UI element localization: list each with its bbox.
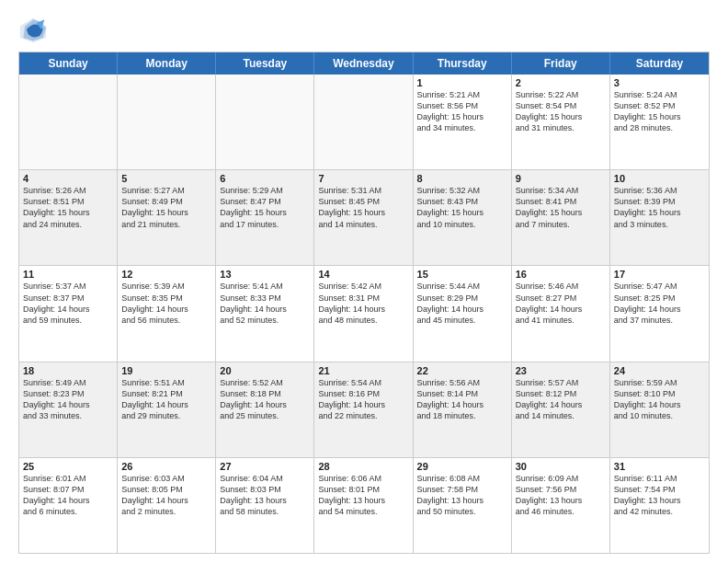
calendar-cell: 27Sunrise: 6:04 AM Sunset: 8:03 PM Dayli… [216, 458, 314, 553]
calendar-cell: 5Sunrise: 5:27 AM Sunset: 8:49 PM Daylig… [118, 170, 216, 265]
cell-text: Sunrise: 5:22 AM Sunset: 8:54 PM Dayligh… [516, 89, 606, 134]
day-number: 10 [614, 173, 705, 184]
calendar-cell: 10Sunrise: 5:36 AM Sunset: 8:39 PM Dayli… [610, 170, 709, 265]
calendar-cell: 25Sunrise: 6:01 AM Sunset: 8:07 PM Dayli… [19, 458, 118, 553]
day-number: 30 [516, 461, 606, 472]
day-number: 31 [614, 461, 705, 472]
calendar-cell: 17Sunrise: 5:47 AM Sunset: 8:25 PM Dayli… [610, 266, 709, 361]
cell-text: Sunrise: 5:36 AM Sunset: 8:39 PM Dayligh… [614, 185, 705, 230]
cell-text: Sunrise: 6:08 AM Sunset: 7:58 PM Dayligh… [417, 473, 507, 518]
calendar-cell: 20Sunrise: 5:52 AM Sunset: 8:18 PM Dayli… [216, 362, 314, 457]
cell-text: Sunrise: 5:49 AM Sunset: 8:23 PM Dayligh… [23, 377, 113, 422]
calendar-cell: 8Sunrise: 5:32 AM Sunset: 8:43 PM Daylig… [414, 170, 512, 265]
day-number: 2 [516, 77, 606, 88]
calendar-cell: 9Sunrise: 5:34 AM Sunset: 8:41 PM Daylig… [512, 170, 610, 265]
calendar-cell [19, 75, 118, 169]
calendar-cell: 18Sunrise: 5:49 AM Sunset: 8:23 PM Dayli… [19, 362, 118, 457]
day-number: 12 [121, 269, 211, 280]
calendar-cell: 11Sunrise: 5:37 AM Sunset: 8:37 PM Dayli… [19, 266, 118, 361]
calendar-cell: 14Sunrise: 5:42 AM Sunset: 8:31 PM Dayli… [314, 266, 413, 361]
calendar-cell: 3Sunrise: 5:24 AM Sunset: 8:52 PM Daylig… [610, 75, 709, 169]
cell-text: Sunrise: 5:57 AM Sunset: 8:12 PM Dayligh… [516, 377, 606, 422]
page: SundayMondayTuesdayWednesdayThursdayFrid… [0, 0, 728, 563]
day-number: 29 [417, 461, 507, 472]
day-number: 19 [121, 365, 211, 376]
day-number: 4 [23, 173, 113, 184]
day-number: 9 [516, 173, 606, 184]
cell-text: Sunrise: 6:04 AM Sunset: 8:03 PM Dayligh… [220, 473, 310, 518]
calendar-cell [216, 75, 314, 169]
cell-text: Sunrise: 5:54 AM Sunset: 8:16 PM Dayligh… [318, 377, 408, 422]
logo [18, 15, 51, 44]
calendar-cell: 30Sunrise: 6:09 AM Sunset: 7:56 PM Dayli… [512, 458, 610, 553]
day-number: 21 [318, 365, 408, 376]
calendar-cell: 26Sunrise: 6:03 AM Sunset: 8:05 PM Dayli… [118, 458, 216, 553]
calendar-cell: 12Sunrise: 5:39 AM Sunset: 8:35 PM Dayli… [118, 266, 216, 361]
logo-icon [18, 15, 48, 44]
day-number: 25 [23, 461, 113, 472]
calendar-cell: 7Sunrise: 5:31 AM Sunset: 8:45 PM Daylig… [314, 170, 413, 265]
calendar-row: 25Sunrise: 6:01 AM Sunset: 8:07 PM Dayli… [19, 458, 709, 553]
header [18, 15, 710, 44]
day-number: 3 [614, 77, 705, 88]
calendar-row: 11Sunrise: 5:37 AM Sunset: 8:37 PM Dayli… [19, 266, 709, 362]
calendar-header: SundayMondayTuesdayWednesdayThursdayFrid… [19, 52, 709, 75]
calendar-cell: 19Sunrise: 5:51 AM Sunset: 8:21 PM Dayli… [118, 362, 216, 457]
calendar-header-cell: Monday [118, 52, 216, 75]
cell-text: Sunrise: 5:56 AM Sunset: 8:14 PM Dayligh… [417, 377, 507, 422]
day-number: 7 [318, 173, 408, 184]
cell-text: Sunrise: 6:01 AM Sunset: 8:07 PM Dayligh… [23, 473, 113, 518]
calendar: SundayMondayTuesdayWednesdayThursdayFrid… [18, 52, 710, 554]
cell-text: Sunrise: 6:03 AM Sunset: 8:05 PM Dayligh… [121, 473, 211, 518]
calendar-cell: 23Sunrise: 5:57 AM Sunset: 8:12 PM Dayli… [512, 362, 610, 457]
cell-text: Sunrise: 6:11 AM Sunset: 7:54 PM Dayligh… [614, 473, 705, 518]
cell-text: Sunrise: 5:52 AM Sunset: 8:18 PM Dayligh… [220, 377, 310, 422]
calendar-row: 1Sunrise: 5:21 AM Sunset: 8:56 PM Daylig… [19, 75, 709, 170]
cell-text: Sunrise: 5:34 AM Sunset: 8:41 PM Dayligh… [516, 185, 606, 230]
day-number: 26 [121, 461, 211, 472]
cell-text: Sunrise: 5:46 AM Sunset: 8:27 PM Dayligh… [516, 281, 606, 326]
day-number: 17 [614, 269, 705, 280]
day-number: 28 [318, 461, 408, 472]
day-number: 16 [516, 269, 606, 280]
calendar-cell: 16Sunrise: 5:46 AM Sunset: 8:27 PM Dayli… [512, 266, 610, 361]
calendar-body: 1Sunrise: 5:21 AM Sunset: 8:56 PM Daylig… [19, 75, 709, 553]
cell-text: Sunrise: 5:31 AM Sunset: 8:45 PM Dayligh… [318, 185, 408, 230]
day-number: 13 [220, 269, 310, 280]
calendar-cell: 13Sunrise: 5:41 AM Sunset: 8:33 PM Dayli… [216, 266, 314, 361]
cell-text: Sunrise: 5:51 AM Sunset: 8:21 PM Dayligh… [121, 377, 211, 422]
cell-text: Sunrise: 5:47 AM Sunset: 8:25 PM Dayligh… [614, 281, 705, 326]
calendar-cell: 1Sunrise: 5:21 AM Sunset: 8:56 PM Daylig… [414, 75, 512, 169]
cell-text: Sunrise: 5:27 AM Sunset: 8:49 PM Dayligh… [121, 185, 211, 230]
calendar-row: 18Sunrise: 5:49 AM Sunset: 8:23 PM Dayli… [19, 362, 709, 458]
cell-text: Sunrise: 5:59 AM Sunset: 8:10 PM Dayligh… [614, 377, 705, 422]
calendar-cell: 31Sunrise: 6:11 AM Sunset: 7:54 PM Dayli… [610, 458, 709, 553]
calendar-header-cell: Tuesday [216, 52, 314, 75]
calendar-cell: 21Sunrise: 5:54 AM Sunset: 8:16 PM Dayli… [314, 362, 413, 457]
calendar-cell: 22Sunrise: 5:56 AM Sunset: 8:14 PM Dayli… [414, 362, 512, 457]
cell-text: Sunrise: 5:24 AM Sunset: 8:52 PM Dayligh… [614, 89, 705, 134]
calendar-cell: 6Sunrise: 5:29 AM Sunset: 8:47 PM Daylig… [216, 170, 314, 265]
cell-text: Sunrise: 5:39 AM Sunset: 8:35 PM Dayligh… [121, 281, 211, 326]
day-number: 15 [417, 269, 507, 280]
day-number: 27 [220, 461, 310, 472]
cell-text: Sunrise: 5:29 AM Sunset: 8:47 PM Dayligh… [220, 185, 310, 230]
calendar-cell: 28Sunrise: 6:06 AM Sunset: 8:01 PM Dayli… [314, 458, 413, 553]
cell-text: Sunrise: 5:41 AM Sunset: 8:33 PM Dayligh… [220, 281, 310, 326]
day-number: 22 [417, 365, 507, 376]
calendar-header-cell: Thursday [414, 52, 512, 75]
day-number: 24 [614, 365, 705, 376]
calendar-cell: 24Sunrise: 5:59 AM Sunset: 8:10 PM Dayli… [610, 362, 709, 457]
day-number: 14 [318, 269, 408, 280]
day-number: 18 [23, 365, 113, 376]
cell-text: Sunrise: 5:42 AM Sunset: 8:31 PM Dayligh… [318, 281, 408, 326]
day-number: 5 [121, 173, 211, 184]
cell-text: Sunrise: 5:37 AM Sunset: 8:37 PM Dayligh… [23, 281, 113, 326]
calendar-header-cell: Saturday [610, 52, 709, 75]
calendar-row: 4Sunrise: 5:26 AM Sunset: 8:51 PM Daylig… [19, 170, 709, 266]
day-number: 11 [23, 269, 113, 280]
calendar-header-cell: Friday [512, 52, 610, 75]
cell-text: Sunrise: 5:32 AM Sunset: 8:43 PM Dayligh… [417, 185, 507, 230]
cell-text: Sunrise: 5:44 AM Sunset: 8:29 PM Dayligh… [417, 281, 507, 326]
calendar-cell: 15Sunrise: 5:44 AM Sunset: 8:29 PM Dayli… [414, 266, 512, 361]
